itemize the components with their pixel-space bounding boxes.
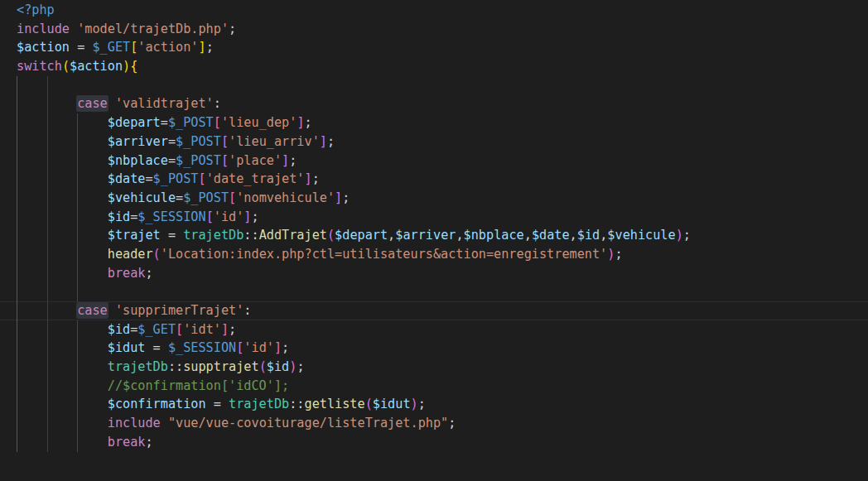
code-line[interactable]	[17, 76, 868, 95]
code-token: [	[206, 209, 214, 224]
code-token: ]	[198, 40, 205, 55]
code-token: $_GET	[137, 322, 176, 337]
code-token: [	[130, 40, 137, 55]
code-token: "vue/vue-covoiturage/listeTrajet.php"	[168, 416, 448, 430]
code-line[interactable]: <?php	[17, 1, 868, 20]
code-line[interactable]: include "vue/vue-covoiturage/listeTrajet…	[17, 414, 868, 433]
code-token: [	[236, 340, 244, 355]
code-token: ;	[327, 134, 335, 149]
code-token: =	[161, 228, 183, 243]
code-token: ]	[305, 171, 312, 186]
code-line[interactable]: $idut = $_SESSION['id'];	[17, 339, 868, 358]
code-token: ,	[456, 228, 463, 243]
code-line[interactable]: $id=$_GET['idt'];	[17, 320, 868, 339]
code-token: )	[289, 359, 297, 374]
code-token: ;	[289, 153, 297, 168]
code-line[interactable]: $confirmation = trajetDb::getliste($idut…	[17, 395, 868, 414]
code-line[interactable]: $date=$_POST['date_trajet'];	[17, 170, 868, 189]
code-token: ;	[312, 171, 320, 186]
code-token: ;	[418, 397, 426, 411]
code-token: =	[168, 153, 176, 168]
code-line[interactable]: break;	[17, 264, 868, 283]
code-token: =	[145, 171, 152, 186]
code-token: ::	[168, 359, 183, 374]
code-token: $arriver	[395, 228, 456, 243]
code-token: $_SESSION	[137, 209, 205, 224]
code-token: ;	[206, 40, 214, 55]
code-token: =	[161, 115, 168, 130]
code-token: $depart	[335, 228, 388, 243]
code-token: 'place'	[229, 153, 282, 168]
code-line[interactable]: $nbplace=$_POST['place'];	[17, 152, 868, 171]
code-token	[161, 416, 168, 430]
code-token: trajetDb	[108, 359, 168, 374]
code-token: $action	[70, 59, 123, 74]
code-token: <?php	[17, 2, 55, 17]
code-token: =	[176, 190, 183, 205]
code-token: 'lieu_arriv'	[229, 134, 320, 149]
code-token	[17, 190, 108, 205]
code-line[interactable]: trajetDb::supptrajet($id);	[17, 358, 868, 377]
code-token: (	[327, 228, 335, 243]
code-token: $date	[108, 171, 146, 186]
code-token: $_POST	[176, 134, 221, 149]
code-line[interactable]: $arriver=$_POST['lieu_arriv'];	[17, 132, 868, 152]
code-line[interactable]: $vehicule=$_POST['nomvehicule'];	[17, 189, 868, 208]
code-editor[interactable]: <?phpinclude 'model/trajetDb.php';$actio…	[0, 0, 868, 481]
code-token: $id	[577, 228, 600, 243]
code-line[interactable]: switch($action){	[17, 57, 868, 76]
code-token	[17, 153, 108, 168]
code-token: $id	[108, 322, 130, 337]
code-token: ;	[342, 190, 350, 205]
code-token: $_POST	[183, 190, 229, 205]
code-token: include	[108, 416, 161, 430]
code-token: ;	[229, 322, 236, 337]
code-token: ]	[297, 115, 304, 130]
code-line[interactable]: $depart=$_POST['lieu_dep'];	[17, 113, 868, 132]
code-line[interactable]: case 'supprimerTrajet':	[17, 301, 868, 320]
code-line[interactable]: $id=$_SESSION['id'];	[17, 208, 868, 227]
code-token: 'idt'	[183, 322, 221, 337]
code-token: :	[214, 96, 221, 111]
code-token	[17, 247, 108, 262]
code-token: break	[108, 435, 146, 450]
code-line[interactable]: $trajet = trajetDb::AddTrajet($depart,$a…	[17, 226, 868, 245]
code-token	[17, 134, 108, 149]
code-line[interactable]	[17, 282, 868, 301]
code-token: 'id'	[244, 340, 274, 355]
code-line[interactable]: $action = $_GET['action'];	[17, 38, 868, 57]
code-line[interactable]: header('Location:index.php?ctl=utilisate…	[17, 245, 868, 264]
word-occurrence-highlight: case	[77, 96, 108, 111]
code-token: ]	[244, 209, 251, 224]
code-token: $nbplace	[108, 153, 168, 168]
code-line[interactable]: //$confirmation['idCO'];	[17, 377, 868, 396]
code-token: trajetDb	[229, 397, 289, 411]
code-token: ::	[244, 228, 258, 243]
code-token: ::	[289, 397, 304, 411]
code-token	[17, 416, 108, 430]
code-line[interactable]: include 'model/trajetDb.php';	[17, 20, 868, 39]
code-token: 'action'	[137, 40, 198, 55]
code-token	[17, 359, 108, 374]
code-token: )	[676, 228, 683, 243]
code-token: =	[130, 209, 137, 224]
code-token: $idut	[108, 340, 146, 355]
code-token: [	[176, 322, 183, 337]
code-token: ]	[320, 134, 327, 149]
code-token	[17, 209, 108, 224]
code-token: (	[365, 397, 373, 411]
code-line[interactable]	[17, 452, 868, 471]
code-token	[17, 340, 108, 355]
code-line[interactable]: case 'validtrajet':	[17, 94, 868, 113]
code-token: $date	[532, 228, 570, 243]
code-token: 'Location:index.php?ctl=utilisateurs&act…	[161, 247, 607, 262]
code-token: =	[70, 40, 92, 55]
code-token: supptrajet	[183, 359, 258, 374]
code-token: 'lieu_dep'	[221, 115, 297, 130]
code-token: //$confirmation['idCO'];	[108, 378, 289, 393]
code-token	[17, 96, 77, 111]
code-token: (	[259, 359, 267, 374]
code-line[interactable]: break;	[17, 433, 868, 452]
code-token: $_POST	[176, 153, 221, 168]
code-token	[108, 303, 115, 318]
